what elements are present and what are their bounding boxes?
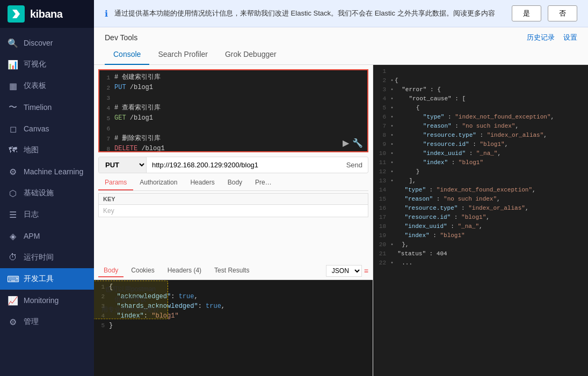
code-line: 8DELETE /blog1 [99,144,367,152]
right-line-content: "status" : 404 [390,249,586,259]
sidebar-item-monitoring[interactable]: 📈 Monitoring [0,290,94,311]
body-tab-cookies[interactable]: Cookies [126,264,159,277]
devtools-icon: ⌨ [8,274,18,284]
code-line: 6 [99,123,367,134]
sidebar-item-devtools[interactable]: ⌨ 开发工具 [0,268,94,290]
sidebar-label-logs: 日志 [24,210,39,219]
send-button[interactable]: Send [341,158,368,172]
sidebar-item-discover[interactable]: 🔍 Discover [0,32,94,54]
right-line-content: "index" : "blog1" [395,158,586,167]
right-line-number: 2 [375,76,390,85]
url-input[interactable] [147,158,341,172]
right-line-number: 16 [375,204,390,213]
yes-button[interactable]: 是 [512,5,541,21]
right-panel-line: 18 "index_uuid" : "_na_", [373,222,588,231]
tools-button[interactable]: 🔧 [352,138,363,148]
right-line-content: "index_uuid" : "_na_", [390,222,586,231]
main-tabs: ConsoleSearch ProfilerGrok Debugger [94,45,588,65]
line-number: 5 [99,113,114,123]
right-panel-line: 12• } [373,167,588,176]
sidebar-item-visualize[interactable]: 📊 可视化 [0,54,94,75]
code-line: 1# 创建索引引库 [99,72,367,83]
code-editor[interactable]: 1# 创建索引引库2PUT /blog134# 查看索引引库5GET /blog… [98,69,368,152]
code-line: 4# 查看索引引库 [99,103,367,113]
main-content: ℹ 通过提供基本功能的使用情况统计信息，来帮助我们改进 Elastic Stac… [94,0,588,376]
body-tab-headers[interactable]: Headers (4) [162,264,207,277]
right-panel-line: 21 "status" : 404 [373,249,588,259]
management-icon: ⚙ [8,316,18,327]
right-panel-line: 4• "root_cause" : [ [373,94,588,104]
right-line-content [390,67,586,76]
right-panel-line: 14 "type" : "index_not_found_exception", [373,186,588,195]
canvas-icon: ◻ [8,123,18,134]
postman-tab-authorization[interactable]: Authorization [133,175,184,190]
right-panel-line: 10• "index_uuid" : "_na_", [373,149,588,158]
right-line-content: "type" : "index_not_found_exception", [390,186,586,195]
tab-console[interactable]: Console [105,45,149,65]
sidebar-item-canvas[interactable]: ◻ Canvas [0,118,94,139]
body-code-line: 5} [94,321,373,330]
tab-search-profiler[interactable]: Search Profiler [149,45,216,65]
body-format-icon-button[interactable]: ≡ [364,267,368,275]
method-select[interactable]: PUT GET POST DELETE [99,157,147,173]
right-line-number: 17 [375,213,390,222]
right-line-number: 14 [375,186,390,195]
right-line-content: ... [395,259,586,268]
sidebar-item-uptime[interactable]: ⏱ 运行时间 [0,247,94,268]
right-panel-line: 22• ... [373,259,588,268]
history-link[interactable]: 历史记录 [527,33,555,42]
right-panel-line: 3• "error" : { [373,85,588,94]
run-button[interactable]: ▶ [343,138,349,148]
right-line-number: 20 [375,240,390,249]
params-row[interactable]: Key [98,205,368,217]
no-button[interactable]: 否 [548,5,577,21]
right-line-content: { [395,104,586,113]
postman-tab-headers[interactable]: Headers [184,175,221,190]
postman-tab-params[interactable]: Params [98,175,133,190]
dot-indicator: • [390,140,394,149]
sidebar-label-canvas: Canvas [24,124,49,133]
sidebar-label-devtools: 开发工具 [24,274,54,284]
sidebar-label-discover: Discover [24,39,53,47]
code-line: 7# 删除索引引库 [99,134,367,144]
sidebar-item-apm[interactable]: ◈ APM [0,225,94,247]
right-line-content: "resource.id" : "blog1", [395,140,586,149]
sidebar-item-timelion[interactable]: 〜 Timelion [0,97,94,118]
tab-grok-debugger[interactable]: Grok Debugger [216,45,285,65]
right-line-content: { [395,76,586,85]
sidebar-item-logs[interactable]: ☰ 日志 [0,204,94,225]
sidebar-item-infra[interactable]: ⬡ 基础设施 [0,182,94,204]
uptime-icon: ⏱ [8,252,18,263]
devtools-header: Dev Tools 历史记录 设置 [94,27,588,42]
logo: kibana [0,0,94,28]
settings-link[interactable]: 设置 [563,33,577,42]
sidebar-item-management[interactable]: ⚙ 管理 [0,311,94,333]
postman-tab-pre[interactable]: Pre… [249,175,278,190]
body-tab-body[interactable]: Body [98,264,124,277]
right-line-number: 5 [375,104,390,113]
right-panel-line: 8• "resource.type" : "index_or_alias", [373,131,588,140]
sidebar-item-maps[interactable]: 🗺 地图 [0,139,94,161]
right-line-number: 8 [375,131,390,140]
devtools-actions: 历史记录 设置 [527,33,577,42]
body-format-select[interactable]: JSONXMLText [326,265,362,277]
right-panel-line: 19 "index" : "blog1" [373,231,588,240]
postman-tab-body[interactable]: Body [221,175,249,190]
sidebar-item-dashboard[interactable]: ▦ 仪表板 [0,75,94,97]
dot-indicator: • [390,259,394,268]
body-tab-testresults[interactable]: Test Results [209,264,255,277]
right-line-content: "reason" : "no such index", [390,195,586,204]
right-line-content: "root_cause" : [ [395,94,586,104]
apm-icon: ◈ [8,231,18,241]
sidebar-item-ml[interactable]: ⚙ Machine Learning [0,161,94,182]
banner-text: 通过提供基本功能的使用情况统计信息，来帮助我们改进 Elastic Stack。… [114,9,505,18]
right-panel-line: 6• "type" : "index_not_found_exception", [373,113,588,122]
line-number: 1 [99,72,114,83]
annotation-line1: 也可以用postman [99,284,162,294]
editor-area: 1# 创建索引引库2PUT /blog134# 查看索引引库5GET /blog… [94,65,588,376]
annotation-line2: 但是不建议 [99,294,162,305]
sidebar-label-infra: 基础设施 [24,188,54,198]
info-icon: ℹ [105,9,108,19]
sidebar-label-timelion: Timelion [24,103,52,112]
right-line-number: 22 [375,259,390,268]
